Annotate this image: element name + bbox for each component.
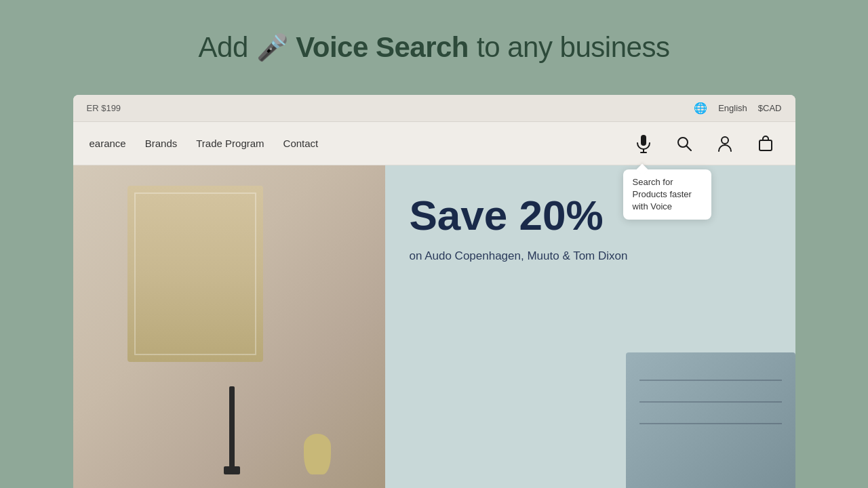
hero-highlight: Voice Search <box>296 31 469 64</box>
hero-prefix: Add <box>199 31 248 64</box>
user-button[interactable] <box>711 130 738 157</box>
shelf-line <box>639 423 782 424</box>
voice-search-tooltip: Search for Products faster with Voice <box>623 169 711 220</box>
svg-line-4 <box>686 146 691 150</box>
nav-trade-program[interactable]: Trade Program <box>196 138 264 149</box>
nav-clearance[interactable]: earance <box>90 138 126 149</box>
svg-rect-0 <box>641 135 646 146</box>
vase-decor <box>304 434 331 474</box>
globe-icon: 🌐 <box>694 102 707 115</box>
tooltip-text: Search for Products faster with Voice <box>633 177 692 211</box>
shelf-line <box>639 401 782 403</box>
nav-links: earance Brands Trade Program Contact <box>90 138 319 149</box>
shelf-line <box>639 380 782 381</box>
shelf-lines <box>639 380 782 445</box>
search-button[interactable] <box>671 130 698 157</box>
svg-rect-6 <box>760 140 772 150</box>
candle-stick-decor <box>229 386 235 468</box>
mic-button[interactable] <box>630 130 657 157</box>
currency-label: $CAD <box>758 103 782 113</box>
user-icon <box>717 136 732 152</box>
locale-bar: 🌐 English $CAD <box>694 102 781 115</box>
interior-frame-decor <box>127 186 263 362</box>
mic-svg-icon <box>635 134 652 153</box>
promo-title: Save 20% <box>410 192 771 239</box>
candle-base-decor <box>224 466 240 474</box>
hero-mic-icon: 🎤 <box>256 33 288 62</box>
cart-button[interactable] <box>752 130 779 157</box>
cart-icon <box>757 136 774 152</box>
store-window: ER $199 🌐 English $CAD earance Brands Tr… <box>73 95 795 488</box>
hero-title: Add 🎤 Voice Search to any business <box>199 31 670 64</box>
search-icon <box>677 136 692 151</box>
hero-banner: Add 🎤 Voice Search to any business <box>0 0 868 95</box>
nav-brands[interactable]: Brands <box>145 138 178 149</box>
promo-strip: ER $199 <box>87 103 121 113</box>
language-label: English <box>718 103 747 113</box>
hero-image <box>73 165 385 488</box>
hero-suffix: to any business <box>477 31 669 64</box>
nav-contact[interactable]: Contact <box>283 138 319 149</box>
mic-wrapper: Search for Products faster with Voice <box>630 130 657 157</box>
svg-point-5 <box>722 137 728 144</box>
promo-text: ER $199 <box>87 103 121 113</box>
product-thumbnail <box>626 352 795 488</box>
promo-panel: Save 20% on Audo Copenhagen, Muuto & Tom… <box>385 165 795 488</box>
promo-subtitle: on Audo Copenhagen, Muuto & Tom Dixon <box>410 249 771 263</box>
nav-icons: Search for Products faster with Voice <box>630 130 779 157</box>
nav-bar: earance Brands Trade Program Contact <box>73 122 795 165</box>
top-bar: ER $199 🌐 English $CAD <box>73 95 795 122</box>
